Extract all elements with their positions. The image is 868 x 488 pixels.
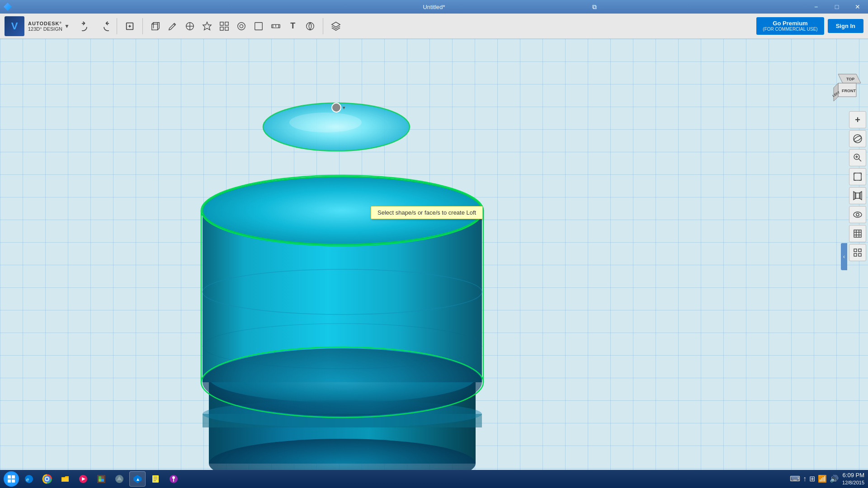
undo-button[interactable]	[79, 18, 95, 34]
svg-rect-83	[99, 479, 101, 482]
orbit-button[interactable]	[849, 130, 866, 147]
logo-section: V AUTODESK° 123D° DESIGN ▼	[5, 16, 70, 36]
svg-point-35	[201, 347, 483, 418]
system-tray: ⌨ ↑ ⊞ 📶 🔊 6:09 PM 12/8/2015	[790, 471, 864, 487]
menu-bar: V AUTODESK° 123D° DESIGN ▼	[0, 14, 868, 39]
loft-tooltip: Select shape/s or face/s to create Loft	[371, 206, 483, 219]
svg-point-16	[240, 24, 243, 28]
taskbar-app-ie[interactable]: e	[21, 471, 37, 487]
tooltip-text: Select shape/s or face/s to create Loft	[377, 209, 476, 216]
layers-button[interactable]	[328, 18, 344, 34]
svg-rect-54	[854, 173, 861, 180]
svg-rect-69	[8, 475, 11, 479]
keyboard-icon: ⌨	[790, 474, 800, 483]
svg-point-59	[856, 213, 859, 216]
product-label: 123D° DESIGN	[28, 26, 62, 32]
zoom-in-button[interactable]: +	[849, 111, 866, 128]
viewport[interactable]: ▾ Select shape/s or face/s to create Lof…	[0, 39, 868, 474]
close-button[interactable]: ✕	[847, 0, 868, 14]
date-display: 12/8/2015	[842, 479, 864, 486]
svg-rect-11	[220, 22, 223, 25]
window-controls: − □ ✕	[806, 0, 868, 14]
svg-marker-23	[332, 22, 340, 27]
title-bar-icon	[4, 3, 12, 11]
svg-point-15	[238, 22, 245, 30]
svg-point-40	[332, 103, 341, 112]
logo-dropdown-arrow[interactable]: ▼	[64, 23, 70, 29]
taskbar-app-media[interactable]	[75, 471, 91, 487]
svg-point-26	[209, 439, 476, 474]
snap-button[interactable]	[250, 18, 267, 34]
taskbar-app-paint[interactable]	[165, 471, 182, 487]
svg-rect-24	[209, 378, 476, 464]
taskbar-app-notes[interactable]	[147, 471, 164, 487]
redo-button[interactable]	[96, 18, 112, 34]
new-object-button[interactable]	[122, 18, 138, 34]
svg-point-28	[203, 400, 482, 427]
svg-point-37	[203, 324, 482, 369]
svg-point-77	[46, 478, 48, 480]
modify-button[interactable]	[199, 18, 215, 34]
svg-rect-82	[101, 479, 104, 482]
svg-point-93	[172, 476, 175, 479]
svg-rect-60	[854, 230, 861, 237]
svg-rect-94	[173, 479, 174, 482]
text-button[interactable]: T	[285, 18, 301, 34]
logo-icon: V	[11, 20, 18, 32]
logo-text: AUTODESK° 123D° DESIGN	[28, 21, 62, 32]
shader-button[interactable]	[849, 225, 866, 242]
autodesk-label: AUTODESK°	[28, 21, 62, 26]
construct-button[interactable]	[182, 18, 198, 34]
material-button[interactable]	[302, 18, 318, 34]
taskbar-app-explorer[interactable]	[57, 471, 73, 487]
minimize-button[interactable]: −	[806, 0, 826, 14]
arrow-up-icon: ↑	[803, 475, 807, 483]
group-button[interactable]	[233, 18, 250, 34]
maximize-button[interactable]: □	[826, 0, 847, 14]
svg-rect-66	[859, 249, 861, 252]
box-tool-button[interactable]	[147, 18, 164, 34]
svg-point-58	[854, 212, 862, 217]
taskbar: e ▲ ⌨ ↑ ⊞ 📶 🔊 6:09 PM 12/8/2015	[0, 470, 868, 488]
visibility-button[interactable]	[849, 206, 866, 223]
right-toolbar: +	[847, 39, 868, 474]
taskbar-clock: 6:09 PM 12/8/2015	[842, 471, 864, 487]
sketch-tool-button[interactable]	[165, 18, 181, 34]
window-title: Untitled*	[423, 4, 445, 10]
object-list-button[interactable]	[849, 244, 866, 261]
taskbar-app-minecraft[interactable]	[93, 471, 109, 487]
svg-point-31	[203, 348, 482, 416]
svg-rect-68	[859, 253, 861, 256]
logo-box: V	[5, 16, 24, 36]
right-buttons: Go Premium (FOR COMMERCIAL USE) Sign In	[756, 17, 863, 35]
resize-icon: ⧉	[592, 3, 597, 11]
time-display: 6:09 PM	[842, 471, 864, 479]
svg-rect-27	[203, 414, 482, 427]
svg-rect-81	[99, 476, 101, 479]
svg-point-39	[289, 113, 362, 132]
perspective-button[interactable]	[849, 187, 866, 204]
measure-button[interactable]	[268, 18, 284, 34]
fit-view-button[interactable]	[849, 168, 866, 185]
svg-rect-12	[225, 22, 228, 25]
right-panel-tab[interactable]: ‹	[841, 243, 847, 270]
signal-icon: 📶	[818, 474, 827, 483]
taskbar-app-123d[interactable]: ▲	[129, 471, 146, 487]
pattern-button[interactable]	[216, 18, 232, 34]
go-premium-button[interactable]: Go Premium (FOR COMMERCIAL USE)	[756, 17, 824, 35]
zoom-button[interactable]	[849, 149, 866, 166]
toolbar-shapes: T	[147, 18, 318, 34]
title-bar: Untitled* ⧉ − □ ✕	[0, 0, 868, 14]
svg-point-25	[209, 353, 476, 403]
svg-rect-14	[225, 27, 228, 30]
svg-rect-65	[854, 249, 857, 252]
svg-rect-70	[12, 475, 15, 479]
start-button[interactable]	[4, 471, 19, 487]
sign-in-button[interactable]: Sign In	[828, 19, 863, 33]
right-tab-icon: ‹	[843, 253, 845, 260]
system-icons: ⌨ ↑ ⊞ 📶 🔊	[790, 474, 839, 483]
svg-line-51	[859, 159, 861, 161]
taskbar-app-eagle[interactable]	[111, 471, 127, 487]
go-premium-sublabel: (FOR COMMERCIAL USE)	[763, 27, 817, 32]
taskbar-app-chrome[interactable]	[39, 471, 55, 487]
